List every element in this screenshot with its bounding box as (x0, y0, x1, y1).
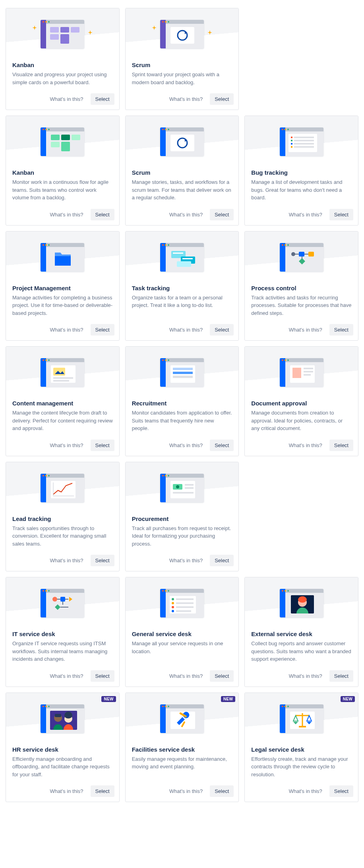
select-button[interactable]: Select (329, 209, 353, 220)
select-button[interactable]: Select (91, 555, 114, 566)
select-button[interactable]: Select (91, 670, 114, 682)
card-title: Project Management (12, 285, 113, 291)
whats-in-this-button[interactable]: What's in this? (287, 787, 325, 796)
template-card: NEW Facilities service desk Easily m (125, 692, 239, 802)
card-description: Easily manage requests for maintenance, … (132, 755, 232, 771)
svg-point-69 (172, 610, 174, 612)
new-badge: NEW (101, 696, 116, 702)
whats-in-this-button[interactable]: What's in this? (287, 325, 325, 334)
select-button[interactable]: Select (91, 209, 114, 220)
whats-in-this-button[interactable]: What's in this? (47, 441, 85, 450)
select-button[interactable]: Select (210, 555, 234, 566)
card-title: Lead tracking (12, 515, 113, 522)
svg-point-65 (172, 602, 174, 604)
svg-rect-68 (176, 606, 194, 608)
template-card: Kanban Visualize and progress your proje… (6, 8, 120, 110)
svg-point-52 (176, 485, 179, 488)
svg-rect-66 (176, 602, 194, 604)
card-description: Visualize and progress your project usin… (12, 71, 113, 86)
svg-rect-5 (170, 27, 194, 44)
whats-in-this-button[interactable]: What's in this? (287, 441, 325, 450)
card-thumbnail (6, 462, 119, 514)
template-card: Procurement Track all purchases from req… (125, 462, 239, 572)
select-button[interactable]: Select (329, 440, 353, 451)
whats-in-this-button[interactable]: What's in this? (167, 441, 205, 450)
select-button[interactable]: Select (329, 324, 353, 336)
hr-service-icon (37, 703, 88, 735)
card-thumbnail (126, 8, 239, 60)
select-button[interactable]: Select (91, 324, 114, 336)
select-button[interactable]: Select (91, 785, 114, 797)
process-control-icon (276, 241, 327, 273)
bug-tracking-icon (276, 126, 327, 158)
whats-in-this-button[interactable]: What's in this? (167, 787, 205, 796)
svg-rect-45 (304, 371, 313, 372)
select-button[interactable]: Select (91, 440, 114, 451)
whats-in-this-button[interactable]: What's in this? (47, 671, 85, 681)
svg-rect-29 (299, 252, 304, 257)
whats-in-this-button[interactable]: What's in this? (167, 210, 205, 219)
external-service-icon (276, 587, 327, 619)
svg-rect-10 (61, 142, 70, 151)
card-description: Manage documents from creation to approv… (251, 409, 352, 432)
svg-rect-25 (177, 261, 191, 267)
card-thumbnail (126, 347, 239, 398)
template-card: Process control Track activities and tas… (244, 231, 358, 341)
svg-rect-2 (60, 27, 69, 33)
select-button[interactable]: Select (210, 785, 234, 797)
card-thumbnail (245, 231, 358, 283)
template-card: Project Management Manage activities for… (6, 231, 120, 341)
svg-point-67 (172, 606, 174, 608)
whats-in-this-button[interactable]: What's in this? (167, 671, 205, 681)
select-button[interactable]: Select (210, 324, 234, 336)
card-description: Manage stories, tasks, and workflows for… (132, 178, 232, 202)
template-card: Bug tracking Manage a list of developmen… (244, 116, 358, 226)
new-badge: NEW (221, 696, 235, 702)
svg-rect-11 (72, 135, 80, 140)
card-description: Efficiently manage onboarding and offboa… (12, 755, 113, 779)
svg-rect-18 (294, 140, 314, 141)
select-button[interactable]: Select (210, 93, 234, 105)
whats-in-this-button[interactable]: What's in this? (287, 210, 325, 219)
whats-in-this-button[interactable]: What's in this? (287, 671, 325, 681)
nextgen-kanban-icon (37, 18, 88, 50)
select-button[interactable]: Select (329, 785, 353, 797)
select-button[interactable]: Select (91, 93, 114, 105)
whats-in-this-button[interactable]: What's in this? (47, 556, 85, 565)
whats-in-this-button[interactable]: What's in this? (167, 325, 205, 334)
svg-rect-7 (51, 135, 60, 140)
svg-rect-0 (50, 27, 59, 33)
card-title: Kanban (12, 62, 113, 68)
project-mgmt-icon (37, 241, 88, 273)
card-title: Kanban (12, 169, 113, 176)
facilities-service-icon (156, 703, 208, 735)
it-service-icon (37, 587, 88, 619)
svg-rect-43 (292, 368, 301, 378)
whats-in-this-button[interactable]: What's in this? (47, 95, 85, 104)
card-thumbnail (126, 577, 239, 629)
select-button[interactable]: Select (329, 670, 353, 682)
whats-in-this-button[interactable]: What's in this? (167, 95, 205, 104)
card-thumbnail: NEW (126, 693, 239, 745)
card-title: Scrum (132, 62, 232, 68)
template-card: Document approval Manage documents from … (244, 346, 358, 456)
card-thumbnail (6, 577, 119, 629)
card-thumbnail (126, 231, 239, 283)
card-thumbnail (245, 347, 358, 398)
template-card: Task tracking Organize tasks for a team … (125, 231, 239, 341)
whats-in-this-button[interactable]: What's in this? (47, 787, 85, 796)
svg-rect-17 (291, 140, 292, 141)
whats-in-this-button[interactable]: What's in this? (167, 556, 205, 565)
select-button[interactable]: Select (210, 670, 234, 682)
doc-approval-icon (276, 357, 327, 388)
whats-in-this-button[interactable]: What's in this? (47, 325, 85, 334)
card-title: Recruitment (132, 400, 232, 407)
card-description: Monitor work in a continuous flow for ag… (12, 178, 113, 202)
select-button[interactable]: Select (210, 440, 234, 451)
whats-in-this-button[interactable]: What's in this? (47, 210, 85, 219)
select-button[interactable]: Select (210, 209, 234, 220)
template-card: General service desk Manage all your ser… (125, 577, 239, 687)
card-description: Manage a list of development tasks and b… (251, 178, 352, 202)
kanban-icon (37, 126, 88, 158)
svg-rect-27 (182, 258, 193, 259)
